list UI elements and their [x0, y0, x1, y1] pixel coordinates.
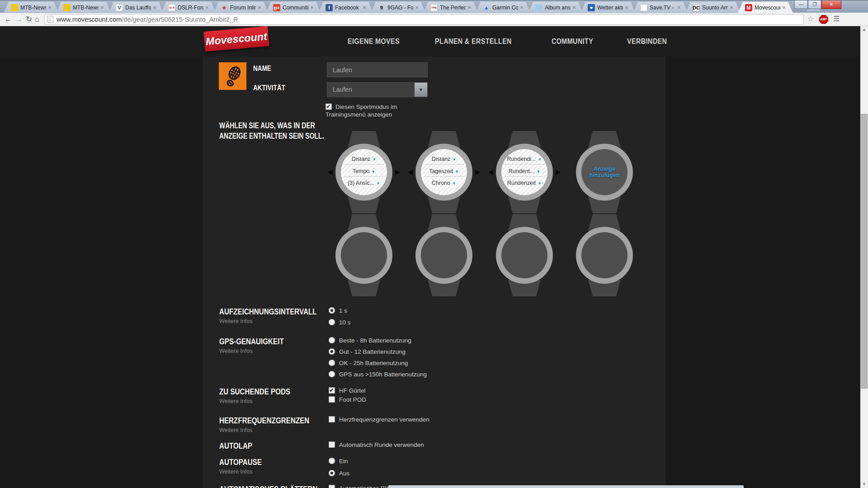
name-input[interactable] — [327, 62, 428, 77]
weitere-infos-link[interactable]: Weitere Infos — [219, 318, 252, 324]
movescount-logo[interactable]: Movescount — [203, 26, 269, 52]
display-field-dropdown[interactable]: (3) Ansic...▼ — [341, 180, 387, 186]
browser-tab[interactable]: Album anse × — [528, 2, 583, 13]
chrome-menu-icon[interactable]: ☰ — [833, 14, 840, 23]
radio-option[interactable]: 10 s — [329, 318, 351, 326]
display-field-dropdown[interactable]: Rundendi...▼ — [501, 156, 547, 162]
scroll-up-icon[interactable]: ▲ — [860, 26, 868, 33]
tab-close-icon[interactable]: × — [467, 5, 472, 10]
empty-watch-display[interactable] — [488, 214, 561, 296]
address-bar[interactable]: www.movescount.com/de/gear/gear506215-Su… — [44, 14, 804, 25]
tab-close-icon[interactable]: × — [571, 5, 577, 10]
back-icon[interactable]: ← — [3, 14, 14, 25]
radio-option[interactable]: Ein — [329, 457, 348, 465]
browser-tab[interactable]: f Facebook × — [318, 2, 373, 13]
browser-tab[interactable]: DC Suunto Amb × — [685, 2, 741, 13]
browser-tab[interactable]: M Movescoun × — [738, 2, 793, 13]
forward-icon[interactable]: → — [14, 14, 24, 25]
scroll-down-icon[interactable]: ▼ — [860, 481, 868, 488]
display-field-dropdown[interactable]: Rundent...▼ — [501, 168, 547, 174]
radio-selected-icon[interactable] — [329, 470, 335, 476]
browser-tab[interactable]: MTB-News. × — [4, 2, 59, 13]
restore-button[interactable]: ❐ — [808, 0, 821, 9]
radio-option[interactable]: 1 s — [329, 306, 347, 314]
radio-unselected-icon[interactable] — [329, 319, 335, 325]
display-field-dropdown[interactable]: Tempo▼ — [341, 168, 387, 174]
sportmode-checkbox-row[interactable]: Diesen Sportmodus im Trainingsmenü anzei… — [326, 103, 425, 118]
url-text[interactable]: www.movescount.com/de/gear/gear506215-Su… — [57, 16, 238, 23]
radio-option[interactable]: Beste - 8h Batterienutzung — [329, 336, 411, 344]
checkbox-checked-icon[interactable] — [326, 103, 332, 110]
display-field-dropdown[interactable]: Tageszeit▼ — [421, 168, 467, 174]
checkbox-option[interactable]: HF Gürtel — [329, 386, 366, 394]
browser-tab[interactable]: SLR DSLR-Forun × — [161, 2, 216, 13]
weitere-infos-link[interactable]: Weitere Infos — [219, 398, 252, 404]
radio-unselected-icon[interactable] — [329, 360, 335, 366]
empty-watch-display[interactable] — [568, 214, 641, 296]
radio-option[interactable]: Gut - 12 Batterienutzung — [329, 347, 406, 356]
browser-tab[interactable]: TPB The Perfect × — [423, 2, 478, 13]
tab-close-icon[interactable]: × — [362, 5, 367, 10]
browser-tab[interactable]: 9 9GAG - For × — [371, 2, 426, 13]
tab-close-icon[interactable]: × — [204, 5, 210, 10]
weitere-infos-link[interactable]: Weitere Infos — [219, 348, 252, 354]
prev-display-arrow-icon[interactable]: ◀ — [328, 168, 333, 175]
weitere-infos-link[interactable]: Weitere Infos — [219, 469, 252, 475]
tab-close-icon[interactable]: × — [729, 5, 734, 10]
radio-selected-icon[interactable] — [329, 348, 335, 355]
bookmark-star-icon[interactable]: ☆ — [807, 14, 814, 23]
close-button[interactable]: ✕ — [821, 0, 841, 9]
minimize-button[interactable]: — — [794, 0, 808, 9]
checkbox-unselected-icon[interactable] — [329, 441, 335, 448]
nav-item-1[interactable]: PLANEN & ERSTELLEN — [435, 37, 512, 46]
next-display-arrow-icon[interactable]: ▶ — [395, 168, 400, 175]
scrollbar-thumb[interactable] — [861, 114, 868, 389]
checkbox-unselected-icon[interactable] — [329, 485, 335, 488]
adblock-plus-icon[interactable]: ABP — [819, 15, 828, 24]
display-field-dropdown[interactable]: Distanz▼ — [341, 156, 387, 162]
prev-display-arrow-icon[interactable]: ◀ — [408, 168, 413, 175]
select-chevron-down-icon[interactable]: ▼ — [415, 83, 427, 97]
tab-close-icon[interactable]: × — [519, 5, 524, 10]
next-display-arrow-icon[interactable]: ▶ — [556, 168, 561, 175]
checkbox-option[interactable]: Foot POD — [329, 395, 366, 404]
browser-tab[interactable]: ♥ Wetter aktu × — [580, 2, 636, 13]
tab-close-icon[interactable]: × — [624, 5, 629, 10]
display-field-dropdown[interactable]: Distanz▼ — [421, 156, 467, 162]
tab-close-icon[interactable]: × — [47, 5, 52, 10]
empty-watch-display[interactable] — [328, 214, 400, 296]
browser-tab[interactable]: ★ Forum Inlin × — [213, 2, 269, 13]
display-field-dropdown[interactable]: Rundenzeit▼ — [501, 180, 547, 186]
radio-unselected-icon[interactable] — [329, 337, 335, 343]
tab-close-icon[interactable]: × — [99, 5, 105, 10]
radio-unselected-icon[interactable] — [329, 371, 335, 377]
radio-option[interactable]: Aus — [329, 469, 349, 477]
prev-display-arrow-icon[interactable]: ◀ — [488, 168, 493, 175]
next-display-arrow-icon[interactable]: ▶ — [475, 168, 480, 175]
browser-tab[interactable]: V Das Lauffor × — [108, 2, 164, 13]
weitere-infos-link[interactable]: Weitere Infos — [219, 427, 252, 433]
home-icon[interactable]: ⌂ — [32, 14, 42, 25]
radio-unselected-icon[interactable] — [329, 458, 335, 464]
display-field-dropdown[interactable]: Chrono▼ — [421, 180, 467, 186]
browser-tab[interactable]: ▲ Garmin Cor × — [476, 2, 531, 13]
tab-close-icon[interactable]: × — [309, 5, 315, 10]
tab-close-icon[interactable]: × — [781, 5, 787, 10]
tab-close-icon[interactable]: × — [257, 5, 262, 10]
browser-tab[interactable]: g+ Communiti × — [266, 2, 321, 13]
page-scrollbar[interactable]: ▲ ▼ — [860, 26, 868, 488]
nav-item-0[interactable]: EIGENE MOVES — [348, 37, 400, 46]
browser-tab[interactable]: Save.TV - Ih × — [633, 2, 688, 13]
checkbox-unselected-icon[interactable] — [329, 396, 335, 403]
checkbox-unselected-icon[interactable] — [329, 416, 335, 422]
activity-select[interactable]: Laufen ▼ — [327, 82, 428, 97]
checkbox-selected-icon[interactable] — [329, 387, 335, 394]
empty-watch-display[interactable] — [408, 214, 480, 296]
tab-close-icon[interactable]: × — [676, 5, 682, 10]
browser-tab[interactable]: MTB-News. × — [56, 2, 111, 13]
checkbox-option[interactable]: Automatisch Runde verwenden — [329, 441, 424, 449]
tab-close-icon[interactable]: × — [152, 5, 157, 10]
nav-item-3[interactable]: VERBINDEN — [627, 37, 667, 46]
radio-option[interactable]: OK - 25h Batterienutzung — [329, 359, 408, 367]
radio-selected-icon[interactable] — [329, 307, 335, 314]
